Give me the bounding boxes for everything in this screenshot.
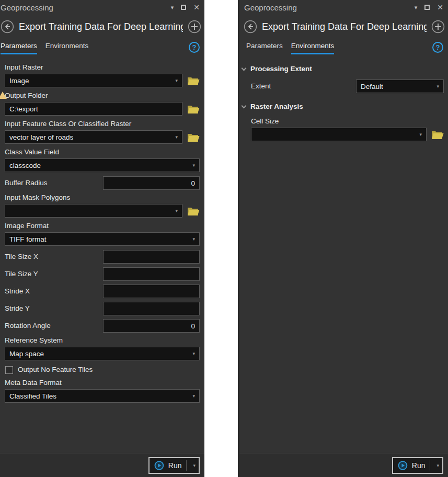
chevron-down-icon: ▾ <box>189 351 195 356</box>
folder-icon <box>187 206 200 216</box>
back-arrow-icon <box>1 20 14 33</box>
reference-system-combo[interactable]: Map space ▾ <box>5 347 200 360</box>
close-icon[interactable]: ✕ <box>193 4 200 11</box>
field-tile-size-x: Tile Size X <box>5 250 200 264</box>
output-folder-input[interactable]: C:\export <box>5 102 182 116</box>
chevron-down-icon: ▾ <box>172 78 178 83</box>
stride-x-input[interactable] <box>103 285 200 298</box>
chevron-down-icon: ▾ <box>189 394 195 399</box>
tab-bar: Parameters Environments ? <box>246 42 443 54</box>
rotation-angle-input[interactable]: 0 <box>103 319 200 333</box>
run-button[interactable]: Run ▾ <box>148 457 200 474</box>
checkbox-label: Output No Feature Tiles <box>18 366 93 374</box>
play-icon <box>398 460 408 471</box>
section-processing-extent[interactable]: Processing Extent <box>242 65 444 73</box>
play-icon <box>154 460 164 471</box>
tool-header: Export Training Data For Deep Learning <box>244 20 445 33</box>
dock-icon[interactable] <box>181 5 186 10</box>
field-image-format: Image Format TIFF format ▾ <box>5 222 200 246</box>
panel-menu-icon[interactable]: ▾ <box>171 5 174 10</box>
field-input-raster: Input Raster Image ▾ <box>5 63 200 87</box>
help-button[interactable]: ? <box>189 42 200 53</box>
tab-environments[interactable]: Environments <box>291 42 335 54</box>
stride-y-input[interactable] <box>103 302 200 315</box>
browse-folder-button[interactable] <box>187 206 200 216</box>
browse-folder-button[interactable] <box>187 132 200 142</box>
dock-icon[interactable] <box>424 5 430 10</box>
tool-header: Export Training Data For Deep Learning <box>1 20 201 33</box>
image-format-combo[interactable]: TIFF format ▾ <box>5 232 200 246</box>
field-reference-system: Reference System Map space ▾ <box>5 336 200 360</box>
tab-parameters[interactable]: Parameters <box>1 42 37 54</box>
folder-icon <box>187 104 200 114</box>
parameters-form: Input Raster Image ▾ Output Folder <box>0 54 204 403</box>
tile-size-x-input[interactable] <box>103 250 200 264</box>
panel-footer: Run ▾ <box>0 453 204 477</box>
tool-title: Export Training Data For Deep Learning <box>19 21 183 32</box>
field-class-value-field: Class Value Field classcode ▾ <box>5 148 200 172</box>
titlebar: Geoprocessing ▾ ✕ <box>239 0 448 13</box>
close-icon[interactable]: ✕ <box>437 4 443 11</box>
class-value-field-combo[interactable]: classcode ▾ <box>5 158 200 172</box>
browse-folder-button[interactable] <box>187 104 200 114</box>
divider <box>430 460 430 471</box>
run-options-dropdown[interactable]: ▾ <box>190 463 196 468</box>
field-label: Stride Y <box>5 304 30 313</box>
divider <box>186 460 187 471</box>
geoprocessing-panel-parameters: Geoprocessing ▾ ✕ Export Training Data F… <box>0 0 204 477</box>
panel-menu-icon[interactable]: ▾ <box>415 5 418 10</box>
folder-icon <box>187 76 200 86</box>
add-to-model-button[interactable] <box>188 20 201 33</box>
plus-icon <box>188 20 201 33</box>
field-label: Output Folder <box>5 92 200 100</box>
browse-folder-button[interactable] <box>431 130 444 140</box>
field-stride-y: Stride Y <box>5 302 200 315</box>
field-tile-size-y: Tile Size Y <box>5 267 200 281</box>
help-button[interactable]: ? <box>432 42 443 53</box>
field-label: Extent <box>251 82 271 90</box>
cell-size-combo[interactable]: ▾ <box>251 128 427 141</box>
input-value: C:\export <box>9 105 38 113</box>
back-button[interactable] <box>1 20 14 33</box>
plus-icon <box>431 20 445 33</box>
field-label: Reference System <box>5 336 200 345</box>
tab-parameters[interactable]: Parameters <box>246 42 283 54</box>
run-button-label: Run <box>412 461 426 470</box>
output-no-feature-tiles-checkbox[interactable] <box>5 366 13 374</box>
folder-icon <box>431 130 444 140</box>
meta-data-format-combo[interactable]: Classified Tiles ▾ <box>5 389 200 403</box>
input-raster-combo[interactable]: Image ▾ <box>5 74 182 87</box>
chevron-down-icon <box>242 103 247 108</box>
field-cell-size: Cell Size ▾ <box>251 117 444 141</box>
field-output-no-feature-tiles: Output No Feature Tiles <box>5 366 200 374</box>
field-label: Image Format <box>5 222 200 230</box>
tile-size-y-input[interactable] <box>103 267 200 281</box>
tab-bar: Parameters Environments ? <box>1 42 200 54</box>
tab-environments[interactable]: Environments <box>45 42 89 54</box>
buffer-radius-input[interactable]: 0 <box>103 176 200 190</box>
field-extent: Extent Default ▾ <box>251 80 444 93</box>
combo-value: TIFF format <box>9 235 47 243</box>
back-arrow-icon <box>244 20 257 33</box>
field-label: Input Raster <box>5 63 200 72</box>
browse-folder-button[interactable] <box>187 76 200 86</box>
combo-value: Image <box>9 77 29 85</box>
section-raster-analysis[interactable]: Raster Analysis <box>242 103 444 110</box>
add-to-model-button[interactable] <box>431 20 445 33</box>
geoprocessing-panel-environments: Geoprocessing ▾ ✕ Export Training Data F… <box>238 0 448 477</box>
input-feature-class-combo[interactable]: vector layer of roads ▾ <box>5 130 182 144</box>
extent-combo[interactable]: Default ▾ <box>356 80 444 93</box>
field-label: Tile Size X <box>5 253 38 261</box>
field-label: Input Mask Polygons <box>5 194 200 202</box>
panel-title: Geoprocessing <box>1 3 171 12</box>
combo-value: Map space <box>9 350 44 358</box>
run-options-dropdown[interactable]: ▾ <box>434 463 439 468</box>
combo-value: Default <box>361 83 383 90</box>
field-label: Cell Size <box>251 117 444 126</box>
field-label: Meta Data Format <box>5 379 200 387</box>
field-label: Rotation Angle <box>5 322 51 330</box>
run-button[interactable]: Run ▾ <box>392 457 443 474</box>
tool-title: Export Training Data For Deep Learning <box>262 21 427 32</box>
input-mask-polygons-combo[interactable]: ▾ <box>5 204 182 218</box>
back-button[interactable] <box>244 20 257 33</box>
